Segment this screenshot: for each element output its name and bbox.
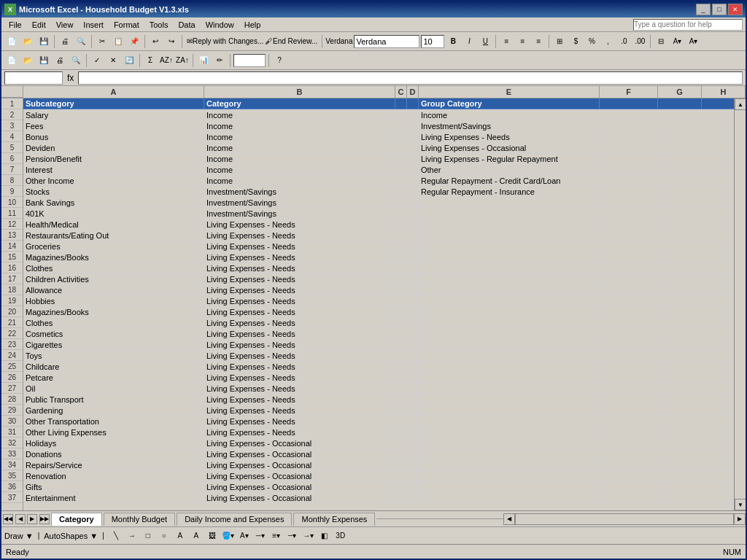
cell-b5[interactable]: Income: [204, 142, 395, 153]
cell-c12[interactable]: [395, 219, 407, 230]
cell-f25[interactable]: [600, 361, 658, 372]
cell-a32[interactable]: Holidays: [23, 438, 204, 448]
menu-view[interactable]: View: [52, 19, 78, 31]
cell-g28[interactable]: [658, 394, 702, 405]
row-num-14[interactable]: 14: [1, 241, 23, 252]
cell-f3[interactable]: [600, 120, 658, 131]
col-header-g[interactable]: G: [658, 86, 702, 98]
cell-b21[interactable]: Living Expenses - Needs: [204, 317, 395, 328]
cell-f19[interactable]: [600, 295, 658, 306]
cell-a36[interactable]: Gifts: [23, 481, 204, 492]
cell-c37[interactable]: [395, 492, 407, 503]
arrow-style-tool[interactable]: →▾: [301, 529, 316, 543]
cell-a26[interactable]: Petcare: [23, 372, 204, 383]
cell-b4[interactable]: Income: [204, 131, 395, 142]
row-num-30[interactable]: 30: [1, 416, 23, 427]
3d-tool[interactable]: 3D: [333, 529, 348, 543]
cell-h12[interactable]: [702, 219, 734, 230]
cell-f33[interactable]: [600, 448, 658, 459]
currency-button[interactable]: $: [568, 34, 583, 49]
cell-b28[interactable]: Living Expenses - Needs: [204, 394, 395, 405]
cell-c26[interactable]: [395, 372, 407, 383]
close-button[interactable]: ✕: [728, 4, 743, 15]
cell-c27[interactable]: [395, 383, 407, 394]
cell-e16[interactable]: [419, 262, 600, 273]
cell-a27[interactable]: Oil: [23, 383, 204, 394]
row-num-33[interactable]: 33: [1, 448, 23, 459]
new-button[interactable]: 📄: [4, 34, 19, 49]
cell-c23[interactable]: [395, 339, 407, 350]
cell-g14[interactable]: [658, 241, 702, 252]
cell-h32[interactable]: [702, 438, 734, 448]
col-header-e[interactable]: E: [419, 86, 600, 98]
cell-a21[interactable]: Clothes: [23, 317, 204, 328]
cell-h22[interactable]: [702, 328, 734, 339]
cell-f8[interactable]: [600, 175, 658, 186]
cell-h28[interactable]: [702, 394, 734, 405]
cell-g11[interactable]: [658, 208, 702, 219]
cell-h29[interactable]: [702, 405, 734, 416]
cell-h9[interactable]: [702, 186, 734, 197]
cell-g21[interactable]: [658, 317, 702, 328]
row-num-3[interactable]: 3: [1, 120, 23, 131]
cell-c36[interactable]: [395, 481, 407, 492]
comma-button[interactable]: ,: [600, 34, 615, 49]
tb2-refresh[interactable]: 🔄: [122, 53, 136, 68]
cell-h25[interactable]: [702, 361, 734, 372]
cell-h10[interactable]: [702, 197, 734, 208]
cell-h18[interactable]: [702, 284, 734, 295]
cell-c21[interactable]: [395, 317, 407, 328]
cell-e14[interactable]: [419, 241, 600, 252]
cell-f21[interactable]: [600, 317, 658, 328]
cell-b6[interactable]: Income: [204, 153, 395, 164]
menu-window[interactable]: Window: [201, 19, 239, 31]
menu-insert[interactable]: Insert: [79, 19, 108, 31]
formula-input[interactable]: Subcategory: [78, 71, 743, 85]
cell-e25[interactable]: [419, 361, 600, 372]
cell-b3[interactable]: Income: [204, 120, 395, 131]
cell-b11[interactable]: Investment/Savings: [204, 208, 395, 219]
cell-a31[interactable]: Other Living Expenses: [23, 427, 204, 438]
row-num-20[interactable]: 20: [1, 306, 23, 317]
cell-b9[interactable]: Investment/Savings: [204, 186, 395, 197]
cell-h20[interactable]: [702, 306, 734, 317]
cell-a17[interactable]: Children Activities: [23, 273, 204, 284]
cell-b1[interactable]: Category: [204, 98, 395, 109]
tb2-btn3[interactable]: 💾: [36, 53, 51, 68]
cell-b37[interactable]: Living Expenses - Occasional: [204, 492, 395, 503]
row-num-24[interactable]: 24: [1, 350, 23, 361]
bold-button[interactable]: B: [446, 34, 460, 49]
cell-b35[interactable]: Living Expenses - Occasional: [204, 470, 395, 481]
cell-h34[interactable]: [702, 459, 734, 470]
cell-a35[interactable]: Renovation: [23, 470, 204, 481]
font-color-button[interactable]: A▾: [686, 34, 700, 49]
font-size-selector[interactable]: [421, 35, 444, 48]
cell-g37[interactable]: [658, 492, 702, 503]
vertical-scrollbar[interactable]: ▲ ▼: [734, 98, 746, 510]
cell-a6[interactable]: Pension/Benefit: [23, 153, 204, 164]
cell-a11[interactable]: 401K: [23, 208, 204, 219]
cell-c3[interactable]: [395, 120, 407, 131]
row-num-19[interactable]: 19: [1, 295, 23, 306]
cell-d34[interactable]: [407, 459, 419, 470]
cell-e35[interactable]: [419, 470, 600, 481]
cell-f13[interactable]: [600, 230, 658, 241]
cell-b10[interactable]: Investment/Savings: [204, 197, 395, 208]
cell-c5[interactable]: [395, 142, 407, 153]
cell-g25[interactable]: [658, 361, 702, 372]
cell-e1[interactable]: Group Category: [419, 98, 600, 109]
cell-g17[interactable]: [658, 273, 702, 284]
cell-a24[interactable]: Toys: [23, 350, 204, 361]
cell-e28[interactable]: [419, 394, 600, 405]
cell-d33[interactable]: [407, 448, 419, 459]
tb2-btn5[interactable]: 🔍: [69, 53, 83, 68]
cell-f11[interactable]: [600, 208, 658, 219]
cell-f2[interactable]: [600, 109, 658, 120]
row-num-32[interactable]: 32: [1, 438, 23, 448]
cell-f28[interactable]: [600, 394, 658, 405]
shadow-tool[interactable]: ◧: [317, 529, 332, 543]
cell-h35[interactable]: [702, 470, 734, 481]
tb2-check[interactable]: ✓: [90, 53, 104, 68]
cell-b20[interactable]: Living Expenses - Needs: [204, 306, 395, 317]
cell-d13[interactable]: [407, 230, 419, 241]
